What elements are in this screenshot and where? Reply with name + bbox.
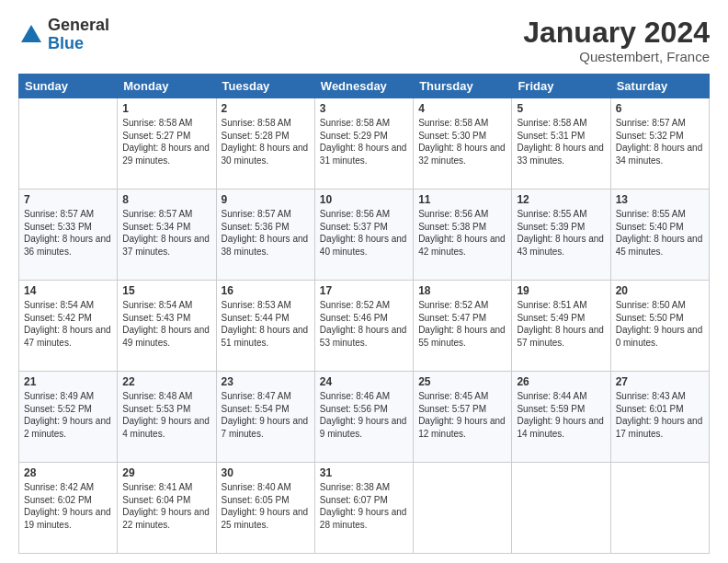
table-row: 20 Sunrise: 8:50 AMSunset: 5:50 PMDaylig… — [610, 281, 709, 372]
day-info: Sunrise: 8:48 AMSunset: 5:53 PMDaylight:… — [122, 390, 210, 440]
logo-blue: Blue — [48, 35, 109, 53]
day-number: 28 — [24, 466, 112, 479]
day-number: 15 — [122, 284, 210, 297]
day-info: Sunrise: 8:54 AMSunset: 5:42 PMDaylight:… — [24, 299, 112, 349]
table-row: 24 Sunrise: 8:46 AMSunset: 5:56 PMDaylig… — [314, 372, 413, 463]
table-row — [512, 463, 610, 554]
col-saturday: Saturday — [610, 75, 709, 98]
day-info: Sunrise: 8:56 AMSunset: 5:38 PMDaylight:… — [418, 208, 506, 258]
table-row: 7 Sunrise: 8:57 AMSunset: 5:33 PMDayligh… — [19, 190, 118, 281]
calendar-header-row: Sunday Monday Tuesday Wednesday Thursday… — [19, 75, 710, 98]
day-number: 5 — [517, 102, 605, 115]
day-info: Sunrise: 8:45 AMSunset: 5:57 PMDaylight:… — [418, 390, 506, 440]
table-row: 18 Sunrise: 8:52 AMSunset: 5:47 PMDaylig… — [414, 281, 512, 372]
table-row: 31 Sunrise: 8:38 AMSunset: 6:07 PMDaylig… — [314, 463, 413, 554]
table-row: 4 Sunrise: 8:58 AMSunset: 5:30 PMDayligh… — [414, 98, 512, 190]
logo-text: General Blue — [48, 17, 109, 53]
day-info: Sunrise: 8:55 AMSunset: 5:40 PMDaylight:… — [616, 208, 704, 258]
day-number: 1 — [122, 102, 210, 115]
day-info: Sunrise: 8:58 AMSunset: 5:27 PMDaylight:… — [122, 117, 210, 167]
day-info: Sunrise: 8:50 AMSunset: 5:50 PMDaylight:… — [616, 299, 704, 349]
col-friday: Friday — [512, 75, 610, 98]
day-info: Sunrise: 8:49 AMSunset: 5:52 PMDaylight:… — [24, 390, 112, 440]
svg-rect-1 — [28, 36, 34, 42]
table-row: 28 Sunrise: 8:42 AMSunset: 6:02 PMDaylig… — [19, 463, 118, 554]
day-info: Sunrise: 8:57 AMSunset: 5:32 PMDaylight:… — [616, 117, 704, 167]
col-tuesday: Tuesday — [216, 75, 314, 98]
day-info: Sunrise: 8:51 AMSunset: 5:49 PMDaylight:… — [517, 299, 605, 349]
table-row: 14 Sunrise: 8:54 AMSunset: 5:42 PMDaylig… — [19, 281, 118, 372]
table-row: 30 Sunrise: 8:40 AMSunset: 6:05 PMDaylig… — [216, 463, 314, 554]
day-info: Sunrise: 8:57 AMSunset: 5:36 PMDaylight:… — [222, 208, 310, 258]
table-row: 25 Sunrise: 8:45 AMSunset: 5:57 PMDaylig… — [414, 372, 512, 463]
day-info: Sunrise: 8:43 AMSunset: 6:01 PMDaylight:… — [616, 390, 704, 440]
day-number: 20 — [616, 284, 704, 297]
table-row: 2 Sunrise: 8:58 AMSunset: 5:28 PMDayligh… — [216, 98, 314, 190]
table-row: 12 Sunrise: 8:55 AMSunset: 5:39 PMDaylig… — [512, 190, 610, 281]
day-number: 23 — [222, 375, 310, 388]
day-number: 16 — [222, 284, 310, 297]
table-row: 9 Sunrise: 8:57 AMSunset: 5:36 PMDayligh… — [216, 190, 314, 281]
day-info: Sunrise: 8:58 AMSunset: 5:28 PMDaylight:… — [222, 117, 310, 167]
day-info: Sunrise: 8:41 AMSunset: 6:04 PMDaylight:… — [122, 481, 210, 531]
day-info: Sunrise: 8:58 AMSunset: 5:31 PMDaylight:… — [517, 117, 605, 167]
col-wednesday: Wednesday — [314, 75, 413, 98]
table-row: 27 Sunrise: 8:43 AMSunset: 6:01 PMDaylig… — [610, 372, 709, 463]
day-number: 4 — [418, 102, 506, 115]
day-number: 26 — [517, 375, 605, 388]
table-row — [414, 463, 512, 554]
day-number: 21 — [24, 375, 112, 388]
table-row: 16 Sunrise: 8:53 AMSunset: 5:44 PMDaylig… — [216, 281, 314, 372]
day-number: 29 — [122, 466, 210, 479]
table-row: 10 Sunrise: 8:56 AMSunset: 5:37 PMDaylig… — [314, 190, 413, 281]
day-info: Sunrise: 8:56 AMSunset: 5:37 PMDaylight:… — [320, 208, 408, 258]
table-row: 21 Sunrise: 8:49 AMSunset: 5:52 PMDaylig… — [19, 372, 118, 463]
col-sunday: Sunday — [19, 75, 118, 98]
day-number: 17 — [320, 284, 408, 297]
table-row: 3 Sunrise: 8:58 AMSunset: 5:29 PMDayligh… — [314, 98, 413, 190]
logo-general: General — [48, 17, 109, 35]
day-info: Sunrise: 8:40 AMSunset: 6:05 PMDaylight:… — [222, 481, 310, 531]
calendar-week-4: 21 Sunrise: 8:49 AMSunset: 5:52 PMDaylig… — [19, 372, 710, 463]
day-number: 18 — [418, 284, 506, 297]
day-info: Sunrise: 8:57 AMSunset: 5:34 PMDaylight:… — [122, 208, 210, 258]
col-monday: Monday — [118, 75, 216, 98]
day-info: Sunrise: 8:44 AMSunset: 5:59 PMDaylight:… — [517, 390, 605, 440]
day-number: 25 — [418, 375, 506, 388]
table-row: 1 Sunrise: 8:58 AMSunset: 5:27 PMDayligh… — [118, 98, 216, 190]
day-number: 30 — [222, 466, 310, 479]
day-number: 14 — [24, 284, 112, 297]
table-row: 23 Sunrise: 8:47 AMSunset: 5:54 PMDaylig… — [216, 372, 314, 463]
day-number: 31 — [320, 466, 408, 479]
day-info: Sunrise: 8:57 AMSunset: 5:33 PMDaylight:… — [24, 208, 112, 258]
header: General Blue January 2024 Questembert, F… — [18, 17, 710, 64]
location: Questembert, France — [523, 49, 710, 64]
day-number: 2 — [222, 102, 310, 115]
table-row: 29 Sunrise: 8:41 AMSunset: 6:04 PMDaylig… — [118, 463, 216, 554]
table-row: 15 Sunrise: 8:54 AMSunset: 5:43 PMDaylig… — [118, 281, 216, 372]
day-info: Sunrise: 8:46 AMSunset: 5:56 PMDaylight:… — [320, 390, 408, 440]
day-number: 8 — [122, 193, 210, 206]
day-number: 12 — [517, 193, 605, 206]
day-info: Sunrise: 8:54 AMSunset: 5:43 PMDaylight:… — [122, 299, 210, 349]
day-info: Sunrise: 8:52 AMSunset: 5:46 PMDaylight:… — [320, 299, 408, 349]
month-title: January 2024 — [523, 17, 710, 49]
day-number: 13 — [616, 193, 704, 206]
table-row: 13 Sunrise: 8:55 AMSunset: 5:40 PMDaylig… — [610, 190, 709, 281]
calendar-week-2: 7 Sunrise: 8:57 AMSunset: 5:33 PMDayligh… — [19, 190, 710, 281]
day-info: Sunrise: 8:42 AMSunset: 6:02 PMDaylight:… — [24, 481, 112, 531]
table-row: 19 Sunrise: 8:51 AMSunset: 5:49 PMDaylig… — [512, 281, 610, 372]
day-info: Sunrise: 8:38 AMSunset: 6:07 PMDaylight:… — [320, 481, 408, 531]
day-number: 3 — [320, 102, 408, 115]
table-row: 22 Sunrise: 8:48 AMSunset: 5:53 PMDaylig… — [118, 372, 216, 463]
title-section: January 2024 Questembert, France — [523, 17, 710, 64]
day-number: 7 — [24, 193, 112, 206]
page: General Blue January 2024 Questembert, F… — [0, 0, 728, 563]
table-row: 26 Sunrise: 8:44 AMSunset: 5:59 PMDaylig… — [512, 372, 610, 463]
logo-icon — [18, 22, 44, 48]
calendar-week-1: 1 Sunrise: 8:58 AMSunset: 5:27 PMDayligh… — [19, 98, 710, 190]
day-number: 11 — [418, 193, 506, 206]
day-number: 19 — [517, 284, 605, 297]
day-info: Sunrise: 8:47 AMSunset: 5:54 PMDaylight:… — [222, 390, 310, 440]
table-row: 8 Sunrise: 8:57 AMSunset: 5:34 PMDayligh… — [118, 190, 216, 281]
